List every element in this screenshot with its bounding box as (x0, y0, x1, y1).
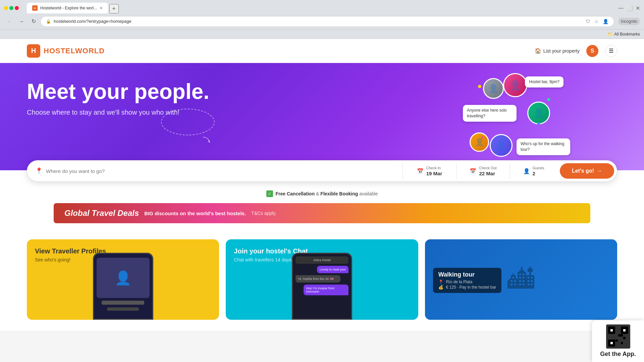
building-icon: 🏠 (535, 48, 541, 54)
logo-link[interactable]: H HOSTELWORLD (27, 44, 105, 58)
feature-cards-section: View Traveller Profiles See who's going!… (0, 229, 644, 330)
dot-gold (478, 85, 481, 88)
chat-bubble-3: Who's up for the walking tour? (517, 138, 570, 155)
checkout-label: Check Out (479, 166, 496, 170)
availability-notice: ✓ Free Cancellation & Flexible Booking a… (0, 184, 644, 203)
dot-green (547, 98, 550, 101)
menu-button[interactable]: ☰ (605, 45, 617, 57)
chat-text-1: Hostel bar, 9pm? (529, 79, 559, 84)
travel-deals-bar[interactable]: Global Travel Deals BIG discounts on the… (54, 203, 590, 223)
guests-field[interactable]: 👤 Guests 2 (510, 163, 557, 179)
window-restore-button[interactable]: ⬜ (626, 5, 633, 11)
hero-title: Meet your people. (27, 80, 228, 103)
deals-tc: T&Cs apply. (251, 210, 276, 216)
get-app-widget[interactable]: Get the App. (592, 320, 644, 362)
person-avatar-2: 👤 (503, 73, 527, 97)
get-app-text: Get the App. (600, 351, 636, 358)
person-avatar-4: 👤 (470, 132, 489, 152)
tour-price: € 125 · Pay in the hostel bar (446, 285, 496, 290)
deals-title: Global Travel Deals (64, 208, 139, 218)
checkmark: ✓ (268, 191, 271, 196)
list-property-link[interactable]: 🏠 List your property (535, 48, 580, 54)
chat-text-3: Who's up for the walking tour? (521, 141, 564, 152)
browser-nav-bar: ← → ↻ 🔒 hostelworld.com/?entrypage=homep… (0, 13, 644, 29)
window-close-button[interactable]: ✕ (636, 5, 640, 11)
person-avatar-5: 👤 (490, 134, 513, 157)
header-right: 🏠 List your property S ☰ (535, 45, 617, 57)
hero-social-bubbles: 👤 👤 👤 👤 👤 Hostel bar, 9pm? Anyone else h… (466, 71, 560, 165)
privacy-icon: 🛡 (586, 19, 590, 24)
user-initial: S (591, 48, 594, 54)
browser-chrome: H Hostelworld - Explore the worl... × + … (0, 0, 644, 39)
checkin-field[interactable]: 📅 Check In 19 Mar (403, 163, 457, 179)
close-button[interactable] (15, 6, 19, 10)
destination-input[interactable] (46, 162, 394, 180)
browser-window-controls (4, 6, 19, 10)
window-minimize-button[interactable]: — (618, 5, 624, 11)
feature-card-hostel-chat[interactable]: Join your hostel's Chat Chat with travel… (226, 239, 418, 320)
qr-code (606, 324, 630, 349)
bookmark-star-icon[interactable]: ☆ (594, 19, 599, 24)
logo-text: HOSTELWORLD (44, 47, 105, 55)
checkout-field[interactable]: 📅 Check Out 22 Mar (457, 163, 510, 179)
tab-close-button[interactable]: × (100, 5, 102, 11)
person-avatar-3: 👤 (527, 102, 550, 124)
qr-cell (618, 334, 623, 337)
check-icon: ✓ (266, 190, 273, 197)
card-title-3: Walking tour (438, 271, 496, 278)
dot-blue (537, 122, 540, 125)
new-tab-button[interactable]: + (109, 4, 119, 13)
address-bar[interactable]: 🔒 hostelworld.com/?entrypage=homepage 🛡 … (40, 16, 614, 27)
qr-cell (623, 329, 626, 331)
hero-content: Meet your people. Choose where to stay a… (27, 80, 228, 116)
all-bookmarks-link[interactable]: 📁 All Bookmarks (608, 32, 640, 37)
search-section: 📍 📅 Check In 19 Mar 📅 Check (0, 160, 644, 184)
guests-icon: 👤 (523, 168, 530, 174)
feature-card-walking-tour[interactable]: 🏙 Walking tour 📍 Río de la Plata 💰 € 125… (425, 239, 617, 320)
feature-card-traveller-profiles[interactable]: View Traveller Profiles See who's going!… (27, 239, 219, 320)
minimize-button[interactable] (4, 6, 8, 10)
refresh-icon: ↻ (32, 18, 36, 24)
deals-subtitle: BIG discounts on the world's best hostel… (144, 210, 246, 216)
guests-value: 2 (533, 171, 544, 176)
tour-price-icon: 💰 (438, 285, 443, 290)
connector-text: & (316, 191, 320, 196)
back-icon: ← (7, 18, 12, 24)
chat-bubble-2: Anyone else here solo travelling? (463, 105, 517, 122)
refresh-button[interactable]: ↻ (28, 16, 39, 27)
travel-deals-wrapper: Global Travel Deals BIG discounts on the… (0, 203, 644, 223)
search-submit-button[interactable]: Let's go! → (560, 163, 614, 179)
checkin-value: 19 Mar (426, 171, 442, 176)
hero-subtitle: Choose where to stay and we'll show you … (27, 109, 228, 116)
arrow-decoration (201, 135, 211, 147)
tab-title: Hostelworld - Explore the worl... (40, 6, 97, 10)
dot-pink (481, 136, 483, 138)
user-avatar[interactable]: S (586, 45, 598, 57)
chat-text-2: Anyone else here solo travelling? (467, 108, 507, 118)
maximize-button[interactable] (9, 6, 13, 10)
browser-tab-active[interactable]: H Hostelworld - Explore the worl... × (27, 3, 108, 13)
qr-cell (610, 329, 613, 331)
forward-icon: → (19, 18, 24, 24)
tab-favicon: H (32, 5, 38, 11)
list-property-text: List your property (543, 48, 580, 54)
logo-letter: H (31, 47, 36, 55)
qr-cell (615, 340, 618, 342)
website-content: H HOSTELWORLD 🏠 List your property S ☰ M… (0, 39, 644, 330)
flexible-booking-text: Flexible Booking (320, 191, 358, 196)
free-cancellation-text: Free Cancellation (276, 191, 315, 196)
qr-cell (623, 337, 626, 339)
bookmarks-bar: 📁 All Bookmarks (0, 29, 644, 39)
forward-button[interactable]: → (16, 16, 27, 27)
profile-icon[interactable]: 👤 (603, 19, 608, 24)
search-destination-field[interactable]: 📍 (27, 162, 403, 180)
back-button[interactable]: ← (4, 16, 15, 27)
checkout-value: 22 Mar (479, 171, 496, 176)
search-bar: 📍 📅 Check In 19 Mar 📅 Check (27, 160, 617, 182)
hero-section: Meet your people. Choose where to stay a… (0, 63, 644, 170)
person-avatar-1: 👤 (483, 78, 504, 99)
guests-label: Guests (533, 166, 544, 170)
location-icon: 📍 (35, 167, 43, 175)
menu-icon: ☰ (609, 48, 613, 54)
incognito-label: Incognito (618, 18, 640, 25)
